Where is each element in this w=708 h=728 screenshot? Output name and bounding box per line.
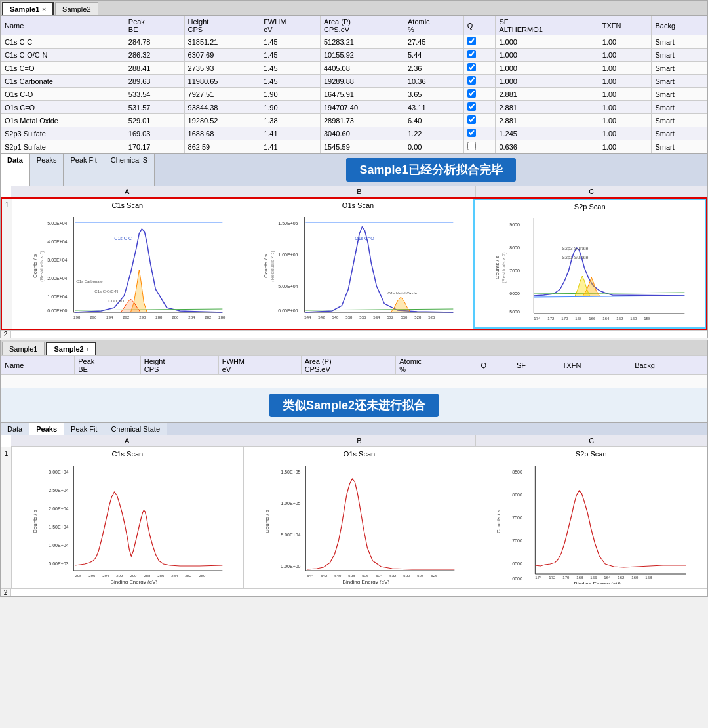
svg-text:7000: 7000	[510, 268, 521, 273]
svg-text:296: 296	[88, 574, 96, 578]
svg-text:542: 542	[321, 574, 328, 578]
table-row: O1s Metal Oxide529.0119280.521.3828981.7…	[1, 114, 707, 127]
svg-text:158: 158	[644, 317, 652, 321]
svg-text:288: 288	[144, 574, 151, 578]
row-checkbox[interactable]	[467, 102, 476, 111]
svg-text:534: 534	[373, 315, 380, 319]
table-row: C1s C-O/C-N286.326307.691.4510155.925.44…	[1, 49, 707, 62]
table-row: S2p1 Sulfate170.17862.591.411545.590.000…	[1, 140, 707, 153]
svg-text:7500: 7500	[513, 516, 523, 520]
svg-text:292: 292	[116, 574, 123, 578]
svg-text:162: 162	[618, 576, 625, 580]
svg-text:170: 170	[562, 317, 569, 321]
s2-sub-tab-peak-fit[interactable]: Peak Fit	[64, 423, 104, 435]
svg-text:O1s C=O: O1s C=O	[355, 236, 374, 241]
svg-text:296: 296	[90, 315, 97, 319]
svg-text:3.00E+04: 3.00E+04	[47, 258, 67, 262]
svg-text:280: 280	[199, 574, 206, 578]
svg-text:536: 536	[362, 574, 369, 578]
row-number-1: 1	[2, 199, 12, 329]
svg-text:S2p1 Sulfate: S2p1 Sulfate	[562, 255, 589, 260]
chart-c1s-title: C1s Scan	[15, 201, 240, 209]
row-checkbox[interactable]	[467, 50, 476, 58]
svg-text:2.00E+04: 2.00E+04	[49, 506, 68, 511]
svg-text:Binding Energy (eV): Binding Energy (eV)	[341, 321, 388, 322]
s2-col-atomic: Atomic%	[396, 356, 477, 375]
svg-text:542: 542	[318, 315, 325, 319]
sample1-tab-bar: Sample1 × Sample2	[1, 1, 707, 16]
col-header-a: A	[11, 186, 243, 197]
tab-sample2-active[interactable]: Sample2 ›	[46, 342, 96, 355]
tab-sample1-in-s2[interactable]: Sample1	[2, 342, 45, 355]
sample1-charts-container: A B C 1 C1s Scan Counts / s (Residuals ×…	[1, 186, 707, 338]
svg-text:280: 280	[218, 315, 226, 319]
tab-sample1-close[interactable]: ×	[42, 6, 46, 13]
s2-sub-tab-chemical-state[interactable]: Chemical State	[104, 423, 167, 435]
sample2-sub-tab-bar: Data Peaks Peak Fit Chemical State	[1, 422, 707, 435]
svg-text:1.00E+05: 1.00E+05	[281, 501, 300, 506]
tab-sample2-close[interactable]: ›	[87, 346, 88, 353]
row-checkbox[interactable]	[467, 37, 476, 45]
svg-text:6000: 6000	[510, 291, 521, 296]
svg-text:8500: 8500	[513, 470, 523, 474]
svg-text:Counts / s: Counts / s	[496, 510, 502, 533]
svg-text:1.00E+04: 1.00E+04	[47, 294, 67, 299]
row-checkbox[interactable]	[467, 115, 476, 124]
s2-col-sf: SF	[513, 356, 559, 375]
sub-tab-chemical-s[interactable]: Chemical S	[104, 154, 155, 186]
chart-c1s: C1s Scan Counts / s (Residuals × 5) 5.00…	[12, 199, 243, 329]
sub-tab-peaks[interactable]: Peaks	[30, 154, 64, 186]
svg-text:162: 162	[617, 317, 624, 321]
sample1-banner: Sample1已经分析拟合完毕	[346, 158, 515, 182]
svg-text:174: 174	[534, 317, 541, 321]
row-checkbox[interactable]	[467, 76, 476, 85]
s2-chart-s2p: S2p Scan Counts / s 8500 8000 7500 7000 …	[475, 447, 707, 588]
svg-text:294: 294	[102, 574, 109, 578]
svg-text:298: 298	[75, 574, 82, 578]
svg-text:(Residuals × 5): (Residuals × 5)	[270, 251, 275, 281]
sample2-charts-row: 1 C1s Scan Counts / s 3.00E+04 2.50E+04 …	[1, 447, 707, 588]
col-peak-be: PeakBE	[125, 16, 184, 35]
row-checkbox[interactable]	[467, 129, 476, 137]
s2-col-backg: Backg	[631, 356, 707, 375]
svg-text:(Residuals × 5): (Residuals × 5)	[39, 251, 45, 281]
svg-text:530: 530	[403, 574, 410, 578]
row-checkbox[interactable]	[467, 89, 476, 98]
row-checkbox[interactable]	[467, 142, 476, 150]
col-area: Area (P)CPS.eV	[321, 16, 404, 35]
svg-text:530: 530	[401, 315, 408, 319]
col-backg: Backg	[652, 16, 707, 35]
table-row: C1s Carbonate289.6311980.651.4519289.881…	[1, 75, 707, 88]
col-name: Name	[1, 16, 125, 35]
s2-table-header-row: Name PeakBE HeightCPS FWHMeV Area (P)CPS…	[1, 356, 707, 375]
sample2-section: Sample1 Sample2 › Name PeakBE HeightCPS …	[0, 340, 708, 597]
svg-text:168: 168	[576, 317, 583, 321]
svg-text:166: 166	[589, 317, 597, 321]
s2-sub-tab-data[interactable]: Data	[1, 423, 30, 435]
sub-tab-peak-fit[interactable]: Peak Fit	[64, 154, 104, 186]
tab-sample1-label: Sample1	[10, 5, 39, 13]
svg-text:158: 158	[646, 576, 653, 580]
svg-text:6500: 6500	[513, 561, 523, 566]
row-checkbox[interactable]	[467, 63, 476, 71]
table-header-row: Name PeakBE HeightCPS FWHMeV Area (P)CPS…	[1, 16, 707, 35]
tab-sample1[interactable]: Sample1 ×	[2, 2, 54, 15]
chart-o1s-svg: Counts / s (Residuals × 5) 1.50E+05 1.00…	[246, 211, 471, 322]
svg-text:0.00E+00: 0.00E+00	[278, 308, 298, 313]
table-row: O1s C-O533.547927.511.9016475.913.652.88…	[1, 88, 707, 101]
svg-text:538: 538	[345, 315, 353, 319]
sub-tab-data[interactable]: Data	[1, 154, 30, 186]
s2-col-header-b: B	[243, 435, 475, 446]
svg-text:160: 160	[631, 317, 638, 321]
s2-sub-tab-peaks[interactable]: Peaks	[30, 423, 64, 435]
col-atomic: Atomic%	[404, 16, 464, 35]
svg-text:532: 532	[389, 574, 397, 578]
svg-text:286: 286	[157, 574, 165, 578]
svg-text:540: 540	[334, 574, 342, 578]
sample1-section: Sample1 × Sample2 Name PeakBE HeightCPS …	[0, 0, 708, 338]
svg-text:174: 174	[536, 576, 543, 580]
svg-text:Binding Energy (eV): Binding Energy (eV)	[574, 581, 621, 584]
s2-col-height: HeightCPS	[140, 356, 218, 375]
row2-num: 2	[1, 331, 11, 338]
tab-sample2-in-s1[interactable]: Sample2	[55, 2, 98, 15]
